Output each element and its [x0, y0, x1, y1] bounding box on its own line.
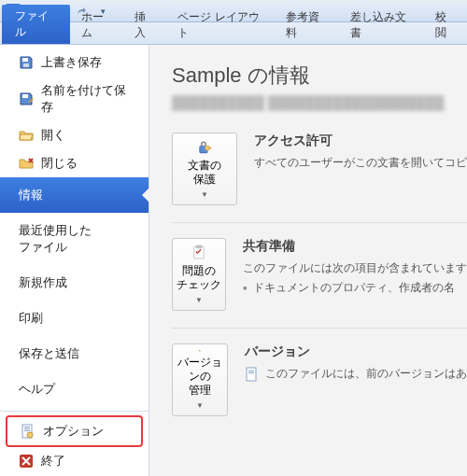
nav-label: ヘルプ: [19, 381, 55, 398]
protect-document-button[interactable]: 文書の 保護 ▼: [172, 133, 237, 205]
save-icon: [19, 55, 34, 70]
chevron-down-icon: ▼: [196, 401, 204, 410]
svg-rect-22: [247, 368, 256, 381]
nav-recent[interactable]: 最近使用した ファイル: [0, 213, 149, 265]
nav-new[interactable]: 新規作成: [0, 265, 149, 301]
nav-label: 閉じる: [41, 155, 78, 172]
svg-rect-10: [24, 430, 30, 431]
svg-rect-24: [248, 372, 254, 373]
nav-label: 情報: [19, 187, 43, 203]
nav-label: 上書き保存: [41, 54, 102, 71]
divider: [172, 222, 467, 223]
nav-open[interactable]: 開く: [0, 121, 149, 149]
tab-mailings[interactable]: 差し込み文書: [339, 6, 424, 44]
document-icon: [245, 367, 260, 382]
lock-icon: [190, 139, 219, 155]
tab-page-layout[interactable]: ページ レイアウト: [166, 6, 275, 44]
svg-rect-16: [194, 246, 205, 259]
svg-rect-6: [22, 94, 28, 98]
folder-open-icon: [19, 128, 34, 143]
section-permissions: 文書の 保護 ▼ アクセス許可 すべてのユーザーがこの文書を開いてコピ: [172, 133, 467, 205]
folder-close-icon: [19, 156, 34, 171]
prepare-desc: このファイルには次の項目が含まれています: [243, 260, 467, 276]
nav-label: 終了: [41, 453, 65, 469]
nav-label: 新規作成: [19, 274, 67, 291]
svg-rect-17: [196, 245, 201, 248]
tab-insert[interactable]: 挿入: [123, 6, 166, 44]
nav-label: 印刷: [19, 310, 43, 327]
tab-home[interactable]: ホーム: [70, 6, 123, 44]
svg-rect-4: [22, 58, 28, 62]
nav-label: 開く: [41, 127, 65, 144]
tab-review[interactable]: 校閲: [424, 6, 467, 44]
nav-close[interactable]: 閉じる: [0, 149, 149, 177]
nav-divider: [0, 411, 149, 412]
options-icon: [21, 424, 35, 439]
save-as-icon: [19, 91, 34, 106]
backstage-content: Sample の情報 ██████████ ██████████████████…: [149, 45, 467, 476]
svg-point-11: [27, 432, 33, 438]
versions-desc: このファイルには、前のバージョンはあ: [265, 366, 467, 382]
prepare-bullet: ドキュメントのプロパティ、作成者の名: [253, 280, 455, 296]
chevron-down-icon: ▼: [195, 296, 203, 304]
checklist-icon: [184, 245, 214, 260]
nav-exit[interactable]: 終了: [0, 447, 149, 475]
backstage-nav: 上書き保存 名前を付けて保存 開く 閉じる 情報 最近使用した ファイル 新規作…: [0, 45, 149, 476]
nav-label: 名前を付けて保存: [41, 82, 135, 116]
nav-help[interactable]: ヘルプ: [0, 371, 149, 407]
chevron-down-icon: ▼: [201, 190, 208, 199]
permissions-heading: アクセス許可: [254, 133, 467, 149]
nav-options[interactable]: オプション: [6, 415, 143, 447]
tab-references[interactable]: 参考資料: [275, 6, 339, 44]
tab-file[interactable]: ファイル: [2, 5, 70, 44]
section-prepare: 問題の チェック ▼ 共有準備 このファイルには次の項目が含まれています ▪ ド…: [172, 238, 467, 311]
permissions-desc: すべてのユーザーがこの文書を開いてコピ: [254, 155, 467, 171]
nav-label: 保存と送信: [19, 345, 79, 362]
prepare-heading: 共有準備: [243, 238, 467, 255]
svg-rect-15: [208, 147, 211, 148]
button-label: バージョンの 管理: [177, 356, 223, 398]
manage-versions-button[interactable]: バージョンの 管理 ▼: [172, 343, 228, 416]
check-issues-button[interactable]: 問題の チェック ▼: [172, 238, 226, 311]
nav-info[interactable]: 情報: [0, 177, 149, 213]
exit-icon: [19, 454, 34, 469]
button-label: 文書の 保護: [188, 159, 221, 187]
nav-save[interactable]: 上書き保存: [0, 49, 149, 77]
section-versions: バージョンの 管理 ▼ バージョン このファイルには、前のバージョンはあ: [172, 343, 467, 416]
versions-heading: バージョン: [245, 343, 467, 360]
svg-rect-9: [24, 428, 30, 429]
nav-print[interactable]: 印刷: [0, 301, 149, 336]
divider: [172, 328, 467, 329]
versions-icon: [185, 350, 215, 352]
svg-rect-8: [24, 427, 30, 427]
nav-label: オプション: [43, 423, 104, 440]
page-title: Sample の情報: [172, 62, 467, 90]
svg-rect-5: [23, 63, 29, 67]
page-subtitle: ██████████ ███████████████████: [172, 95, 467, 110]
button-label: 問題の チェック: [177, 264, 221, 292]
nav-save-as[interactable]: 名前を付けて保存: [0, 77, 149, 121]
ribbon: ファイル ホーム 挿入 ページ レイアウト 参考資料 差し込み文書 校閲: [0, 22, 467, 45]
svg-rect-23: [248, 371, 254, 371]
nav-label: 最近使用した ファイル: [19, 222, 92, 256]
nav-save-send[interactable]: 保存と送信: [0, 336, 149, 371]
bullet-icon: ▪: [243, 281, 248, 295]
